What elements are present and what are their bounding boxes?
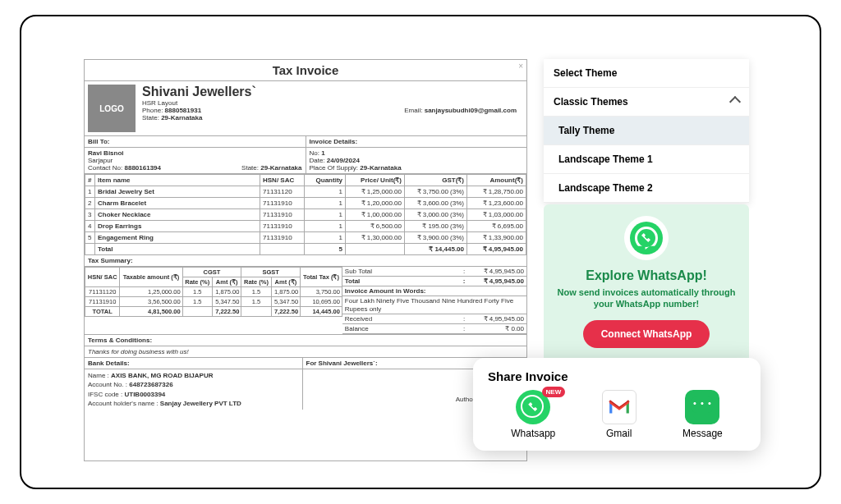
item-row: 2Charm Bracelet711319101₹ 1,20,000.00₹ 3… <box>85 198 526 209</box>
items-table: # Item name HSN/ SAC Quantity Price/ Uni… <box>85 174 526 255</box>
shop-name: Shivani Jewellers` <box>142 85 523 99</box>
message-icon <box>685 390 719 424</box>
share-message[interactable]: Message <box>682 390 723 439</box>
item-row: 4Drop Earrings711319101₹ 6,500.00₹ 195.0… <box>85 221 526 232</box>
whatsapp-subtitle: Now send invoices automatically through … <box>552 286 741 310</box>
terms-label: Terms & Conditions: <box>85 335 526 346</box>
theme-category[interactable]: Classic Themes <box>544 88 749 117</box>
tax-row: 711319103,56,500.001.55,347.501.55,347.5… <box>85 297 342 307</box>
whatsapp-title: Explore WhatsApp! <box>552 268 741 283</box>
gmail-icon <box>602 390 636 424</box>
theme-panel: Select Theme Classic Themes Tally ThemeL… <box>544 59 749 203</box>
shop-address: HSR Layout <box>142 99 523 107</box>
amount-summary: Sub Total:₹ 4,95,945.00 Total:₹ 4,95,945… <box>342 267 526 334</box>
theme-option[interactable]: Landscape Theme 2 <box>544 174 749 203</box>
invoice-details-label: Invoice Details: <box>306 136 527 147</box>
shop-logo: LOGO <box>88 85 136 132</box>
thanks-text: Thanks for doing business with us! <box>85 346 526 358</box>
invoice-document: × Tax Invoice LOGO Shivani Jewellers` HS… <box>84 59 527 461</box>
item-row: 5Engagement Ring711319101₹ 1,30,000.00₹ … <box>85 232 526 244</box>
share-whatsapp[interactable]: NEW Whatsapp <box>511 390 555 439</box>
tax-breakdown: HSN/ SAC Taxable amount (₹) CGST SGST To… <box>85 267 342 334</box>
total-row: Total5₹ 14,445.00₹ 4,95,945.00 <box>85 244 526 255</box>
item-row: 1Bridal Jewelry Set711311201₹ 1,25,000.0… <box>85 186 526 198</box>
whatsapp-promo: Explore WhatsApp! Now send invoices auto… <box>544 204 749 377</box>
shop-phone: Phone: 8880581931 <box>142 107 201 114</box>
connect-whatsapp-button[interactable]: Connect WhatsApp <box>583 320 710 348</box>
bank-details: Bank Details: Name : AXIS BANK, MG ROAD … <box>85 358 303 410</box>
theme-option[interactable]: Landscape Theme 1 <box>544 145 749 174</box>
share-title: Share Invoice <box>488 369 746 383</box>
tax-summary-label: Tax Summary: <box>85 255 526 267</box>
bill-to-label: Bill To: <box>85 136 306 147</box>
theme-panel-title: Select Theme <box>544 59 749 88</box>
item-row: 3Choker Necklace711319101₹ 1,00,000.00₹ … <box>85 209 526 221</box>
shop-email: Email: sanjaysubudhi09@gmail.com <box>404 107 517 114</box>
whatsapp-icon <box>630 222 663 254</box>
tax-total-row: TOTAL4,81,500.007,222.507,222.5014,445.0… <box>85 307 342 317</box>
share-gmail[interactable]: Gmail <box>602 390 636 439</box>
bill-to-block: Ravi Bisnoi Sarjapur Contact No: 8880161… <box>85 148 306 173</box>
new-badge: NEW <box>542 387 566 397</box>
invoice-title: Tax Invoice <box>85 60 526 81</box>
shop-state: State: 29-Karnataka <box>142 114 523 121</box>
chevron-up-icon <box>729 96 741 108</box>
tax-row: 711311201,25,000.001.51,875.001.51,875.0… <box>85 287 342 297</box>
close-icon[interactable]: × <box>518 62 523 71</box>
shop-info: Shivani Jewellers` HSR Layout Phone: 888… <box>139 81 526 135</box>
whatsapp-icon-circle <box>624 216 669 260</box>
theme-option[interactable]: Tally Theme <box>544 117 749 145</box>
invoice-details-block: No: 1 Date: 24/09/2024 Place Of Supply: … <box>306 148 527 173</box>
share-invoice-card: Share Invoice NEW Whatsapp Gmail Message <box>473 358 761 451</box>
app-frame: × Tax Invoice LOGO Shivani Jewellers` HS… <box>20 15 821 489</box>
